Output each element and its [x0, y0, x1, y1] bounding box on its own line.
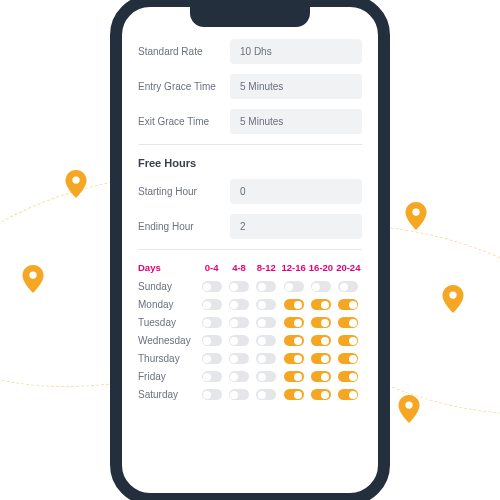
schedule-toggle[interactable]: [229, 281, 249, 292]
schedule-toggle[interactable]: [229, 389, 249, 400]
divider: [138, 249, 362, 250]
schedule-cell: [335, 353, 362, 364]
input-standard-rate[interactable]: 10 Dhs: [230, 39, 362, 64]
schedule-toggle[interactable]: [256, 317, 276, 328]
schedule-cell: [307, 299, 334, 310]
row-standard-rate: Standard Rate 10 Dhs: [138, 39, 362, 64]
schedule-cell: [198, 281, 225, 292]
header-days: Days: [138, 262, 198, 273]
schedule-toggle[interactable]: [256, 281, 276, 292]
schedule-cell: [253, 299, 280, 310]
schedule-toggle[interactable]: [311, 281, 331, 292]
schedule-cell: [253, 389, 280, 400]
schedule-cell: [280, 371, 307, 382]
schedule-cell: [335, 281, 362, 292]
day-label: Friday: [138, 371, 198, 382]
schedule-toggle[interactable]: [229, 371, 249, 382]
schedule-toggle[interactable]: [229, 353, 249, 364]
schedule-toggle[interactable]: [338, 353, 358, 364]
row-starting-hour: Starting Hour 0: [138, 179, 362, 204]
schedule-toggle[interactable]: [338, 281, 358, 292]
schedule-toggle[interactable]: [284, 353, 304, 364]
schedule-toggle[interactable]: [202, 335, 222, 346]
schedule-cell: [307, 353, 334, 364]
schedule-cell: [335, 389, 362, 400]
schedule-cell: [198, 335, 225, 346]
schedule-cell: [198, 371, 225, 382]
schedule-toggle[interactable]: [202, 371, 222, 382]
header-slot: 4-8: [225, 262, 252, 273]
schedule-cell: [335, 335, 362, 346]
location-pin-icon: [22, 265, 44, 293]
label-ending-hour: Ending Hour: [138, 221, 230, 232]
schedule-cell: [198, 317, 225, 328]
schedule-cell: [253, 335, 280, 346]
header-slot: 0-4: [198, 262, 225, 273]
schedule-toggle[interactable]: [338, 299, 358, 310]
schedule-toggle[interactable]: [256, 299, 276, 310]
location-pin-icon: [398, 395, 420, 423]
schedule-toggle[interactable]: [284, 281, 304, 292]
schedule-toggle[interactable]: [311, 335, 331, 346]
day-label: Thursday: [138, 353, 198, 364]
schedule-toggle[interactable]: [229, 335, 249, 346]
schedule-toggle[interactable]: [338, 335, 358, 346]
svg-point-3: [449, 291, 456, 298]
schedule-table: Days 0-44-88-1212-1616-2020-24 SundayMon…: [138, 262, 362, 400]
schedule-toggle[interactable]: [338, 389, 358, 400]
schedule-toggle[interactable]: [284, 335, 304, 346]
header-slot: 16-20: [307, 262, 334, 273]
input-entry-grace[interactable]: 5 Minutes: [230, 74, 362, 99]
schedule-toggle[interactable]: [256, 353, 276, 364]
schedule-toggle[interactable]: [284, 371, 304, 382]
day-label: Sunday: [138, 281, 198, 292]
row-ending-hour: Ending Hour 2: [138, 214, 362, 239]
schedule-toggle[interactable]: [311, 353, 331, 364]
header-slot: 12-16: [280, 262, 307, 273]
schedule-toggle[interactable]: [338, 317, 358, 328]
schedule-cell: [225, 299, 252, 310]
input-ending-hour[interactable]: 2: [230, 214, 362, 239]
schedule-cell: [253, 281, 280, 292]
phone-frame: Standard Rate 10 Dhs Entry Grace Time 5 …: [110, 0, 390, 500]
day-label: Monday: [138, 299, 198, 310]
schedule-toggle[interactable]: [311, 317, 331, 328]
schedule-toggle[interactable]: [338, 371, 358, 382]
location-pin-icon: [442, 285, 464, 313]
schedule-cell: [198, 389, 225, 400]
schedule-toggle[interactable]: [256, 335, 276, 346]
divider: [138, 144, 362, 145]
input-exit-grace[interactable]: 5 Minutes: [230, 109, 362, 134]
schedule-toggle[interactable]: [202, 299, 222, 310]
schedule-toggle[interactable]: [311, 371, 331, 382]
schedule-toggle[interactable]: [284, 299, 304, 310]
location-pin-icon: [405, 202, 427, 230]
schedule-toggle[interactable]: [202, 389, 222, 400]
schedule-cell: [253, 317, 280, 328]
schedule-cell: [335, 299, 362, 310]
schedule-cell: [307, 389, 334, 400]
phone-notch: [190, 5, 310, 27]
schedule-toggle[interactable]: [311, 389, 331, 400]
input-starting-hour[interactable]: 0: [230, 179, 362, 204]
schedule-toggle[interactable]: [229, 299, 249, 310]
schedule-cell: [307, 335, 334, 346]
day-label: Wednesday: [138, 335, 198, 346]
schedule-toggle[interactable]: [284, 389, 304, 400]
header-slot: 8-12: [253, 262, 280, 273]
schedule-toggle[interactable]: [229, 317, 249, 328]
schedule-toggle[interactable]: [202, 353, 222, 364]
schedule-toggle[interactable]: [284, 317, 304, 328]
schedule-row: Friday: [138, 371, 362, 382]
schedule-cell: [225, 353, 252, 364]
section-title-free-hours: Free Hours: [138, 157, 362, 169]
row-entry-grace: Entry Grace Time 5 Minutes: [138, 74, 362, 99]
schedule-cell: [280, 299, 307, 310]
schedule-toggle[interactable]: [202, 317, 222, 328]
schedule-toggle[interactable]: [202, 281, 222, 292]
schedule-cell: [335, 317, 362, 328]
svg-point-1: [72, 176, 79, 183]
schedule-toggle[interactable]: [256, 371, 276, 382]
schedule-toggle[interactable]: [256, 389, 276, 400]
schedule-toggle[interactable]: [311, 299, 331, 310]
